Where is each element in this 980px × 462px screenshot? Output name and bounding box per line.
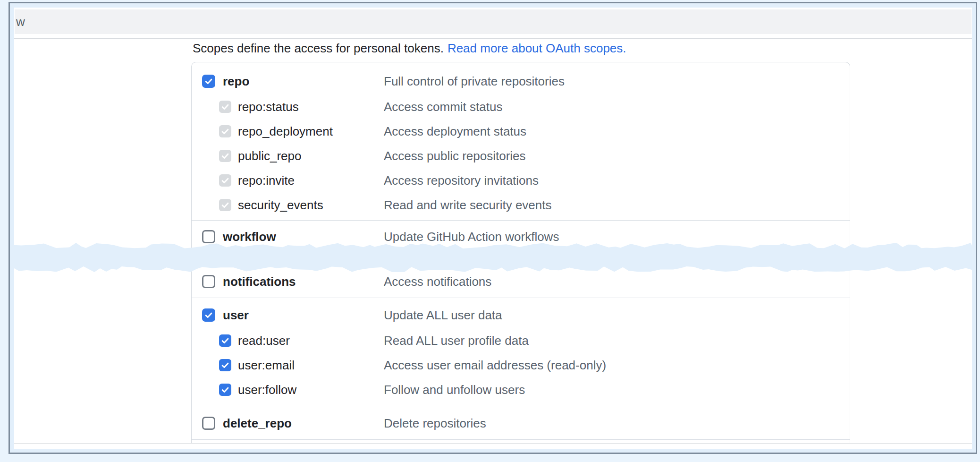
scope-desc: Follow and unfollow users	[384, 383, 525, 397]
scope-row-security_events: security_eventsRead and write security e…	[192, 193, 850, 217]
checkbox-public_repo	[219, 150, 231, 162]
scope-row-repo:invite: repo:inviteAccess repository invitations	[192, 168, 850, 193]
scope-label: user:email	[238, 358, 295, 373]
check-icon	[221, 336, 229, 345]
scopes-intro: Scopes define the access for personal to…	[193, 41, 626, 56]
scope-group: repoFull control of private repositories…	[192, 62, 850, 221]
scope-label: delete_repo	[223, 416, 292, 431]
scope-label: notifications	[223, 274, 296, 289]
checkbox-repo[interactable]	[202, 75, 215, 88]
scope-label: repo:invite	[238, 173, 295, 188]
scope-row-repo:status: repo:statusAccess commit status	[192, 94, 850, 119]
oauth-scopes-link[interactable]: Read more about OAuth scopes.	[448, 41, 626, 55]
check-icon	[221, 176, 229, 185]
scope-row-repo_deployment: repo_deploymentAccess deployment status	[192, 119, 850, 144]
scope-desc: Update ALL user data	[384, 308, 502, 323]
scope-desc: Read and write security events	[384, 198, 552, 213]
scope-group: delete_repoDelete repositories	[192, 407, 850, 440]
scope-desc: Access deployment status	[384, 124, 526, 139]
checkbox-repo:status	[219, 101, 231, 113]
scope-group: userUpdate ALL user dataread:userRead AL…	[192, 298, 850, 407]
check-icon	[221, 201, 229, 209]
browser-window-frame: w Scopes define the access for personal …	[8, 2, 977, 454]
check-icon	[204, 77, 213, 86]
scope-label: repo_deployment	[238, 124, 333, 139]
check-icon	[221, 361, 229, 369]
scope-row-user: userUpdate ALL user data	[192, 302, 850, 328]
scope-row-delete_repo: delete_repoDelete repositories	[192, 410, 850, 436]
check-icon	[221, 152, 229, 160]
scope-group: workflowUpdate GitHub Action workflows	[192, 221, 850, 253]
scope-desc: Update GitHub Action workflows	[384, 230, 559, 244]
scope-row-public_repo: public_repoAccess public repositories	[192, 144, 850, 168]
checkbox-repo_deployment	[219, 125, 231, 137]
scope-desc: Full control of private repositories	[384, 74, 565, 89]
scope-desc: Access user email addresses (read-only)	[384, 358, 606, 373]
topbar-field[interactable]: w	[15, 9, 972, 34]
scope-label: repo	[223, 74, 249, 89]
checkbox-user:follow[interactable]	[219, 384, 231, 396]
scope-desc: Delete repositories	[384, 416, 486, 431]
torn-band-spacer	[192, 253, 850, 265]
scope-group: notificationsAccess notifications	[192, 265, 850, 298]
check-icon	[204, 311, 213, 319]
checkbox-workflow[interactable]	[202, 230, 215, 243]
scope-label: public_repo	[238, 149, 301, 163]
scope-desc: Access repository invitations	[384, 173, 539, 188]
scope-label: user:follow	[238, 383, 296, 397]
scope-row-workflow: workflowUpdate GitHub Action workflows	[192, 223, 850, 250]
check-icon	[221, 127, 229, 136]
scope-row-read:user: read:userRead ALL user profile data	[192, 328, 850, 353]
scope-desc: Access public repositories	[384, 149, 526, 163]
scope-row-repo: repoFull control of private repositories	[192, 68, 850, 94]
checkbox-read:user[interactable]	[219, 334, 231, 347]
scopes-box: repoFull control of private repositories…	[191, 62, 850, 443]
checkbox-user[interactable]	[202, 308, 215, 322]
scope-row-notifications: notificationsAccess notifications	[192, 268, 850, 295]
intro-text: Scopes define the access for personal to…	[193, 41, 444, 55]
scope-row-user:email: user:emailAccess user email addresses (r…	[192, 353, 850, 377]
scope-label: security_events	[238, 198, 323, 213]
checkbox-delete_repo[interactable]	[202, 417, 215, 430]
scope-desc: Read ALL user profile data	[384, 334, 529, 348]
check-icon	[221, 385, 229, 394]
scope-label: user	[223, 308, 249, 323]
checkbox-user:email[interactable]	[219, 359, 231, 371]
scope-label: repo:status	[238, 100, 299, 114]
check-icon	[221, 103, 229, 111]
scope-desc: Access commit status	[384, 100, 502, 114]
page: w Scopes define the access for personal …	[14, 8, 972, 449]
checkbox-repo:invite	[219, 174, 231, 187]
topbar-divider	[14, 38, 972, 39]
scope-row-user:follow: user:followFollow and unfollow users	[192, 377, 850, 402]
checkbox-notifications[interactable]	[202, 275, 215, 288]
scope-label: read:user	[238, 334, 290, 348]
scope-label: workflow	[223, 230, 276, 244]
scope-desc: Access notifications	[384, 274, 491, 289]
page-bottom-divider	[14, 443, 972, 444]
checkbox-security_events	[219, 199, 231, 211]
